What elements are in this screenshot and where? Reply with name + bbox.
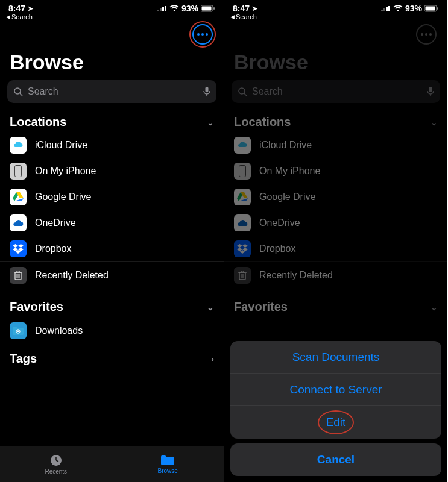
svg-rect-31 (386, 7, 388, 11)
svg-rect-5 (202, 7, 212, 11)
location-arrow-icon: ➤ (252, 5, 257, 13)
tab-recents[interactable]: Recents (0, 446, 112, 482)
svg-rect-1 (160, 8, 162, 11)
location-arrow-icon: ➤ (28, 5, 33, 13)
svg-line-37 (244, 93, 247, 96)
iphone-icon (234, 163, 251, 180)
status-bar: 8:47 ➤ 93% (224, 0, 447, 13)
sheet-item-scan-documents[interactable]: Scan Documents (230, 341, 441, 374)
favorites-header[interactable]: Favorites ⌄ (0, 296, 224, 318)
battery-percent: 93% (181, 4, 198, 13)
tab-bar: Recents Browse (0, 446, 224, 482)
search-icon (13, 87, 23, 96)
search-input[interactable]: Search (7, 80, 216, 103)
trash-icon (10, 267, 27, 284)
svg-rect-38 (429, 87, 432, 92)
location-row-onedrive: OneDrive (224, 210, 447, 236)
chevron-down-icon: ⌄ (431, 117, 438, 127)
icloud-icon (234, 137, 251, 154)
phone-left: 8:47 ➤ 93% ◀ Search (0, 0, 224, 482)
location-row-on-my-iphone[interactable]: On My iPhone (0, 158, 224, 184)
folder-icon (160, 454, 175, 466)
svg-rect-2 (162, 7, 164, 11)
back-caret-icon: ◀ (230, 14, 235, 20)
svg-point-36 (239, 88, 245, 94)
more-button[interactable] (416, 24, 437, 45)
svg-marker-15 (18, 244, 24, 248)
onedrive-icon (234, 214, 251, 231)
svg-rect-29 (381, 10, 383, 11)
microphone-icon (427, 86, 434, 97)
action-sheet: Scan Documents Connect to Server Edit Ca… (230, 341, 441, 476)
svg-rect-21 (17, 271, 19, 272)
microphone-icon[interactable] (203, 86, 210, 97)
svg-marker-44 (242, 244, 248, 248)
location-row-dropbox: Dropbox (224, 236, 447, 262)
back-to-search[interactable]: ◀ Search (0, 13, 224, 23)
tags-header[interactable]: Tags › (0, 343, 224, 374)
trash-icon (234, 267, 251, 284)
status-time: 8:47 (233, 4, 250, 13)
chevron-down-icon: ⌄ (431, 302, 438, 312)
sheet-item-edit[interactable]: Edit (230, 406, 441, 439)
svg-rect-0 (157, 10, 159, 11)
favorites-header: Favorites ⌄ (224, 296, 447, 318)
wifi-icon (393, 5, 403, 12)
tab-browse[interactable]: Browse (112, 446, 224, 482)
back-caret-icon: ◀ (6, 14, 10, 20)
icloud-icon (10, 137, 27, 154)
svg-rect-9 (206, 87, 209, 92)
svg-rect-34 (426, 7, 435, 11)
iphone-icon (10, 163, 27, 180)
cellular-icon (157, 5, 167, 11)
location-row-google-drive[interactable]: Google Drive (0, 184, 224, 210)
location-row-on-my-iphone: On My iPhone (224, 158, 447, 184)
phone-right: 8:47 ➤ 93% ◀ Search Browse Sea (224, 0, 447, 482)
chevron-right-icon: › (211, 354, 214, 364)
svg-point-7 (14, 88, 21, 94)
status-time: 8:47 (8, 4, 25, 13)
favorite-row-downloads[interactable]: Downloads (0, 318, 224, 343)
battery-icon (201, 5, 215, 12)
cellular-icon (381, 5, 391, 11)
svg-rect-35 (437, 7, 438, 10)
chevron-down-icon: ⌄ (207, 302, 214, 312)
search-placeholder: Search (28, 86, 58, 97)
dropbox-icon (10, 240, 27, 257)
chevron-down-icon: ⌄ (207, 117, 214, 127)
locations-header: Locations ⌄ (224, 111, 447, 133)
page-title: Browse (0, 47, 224, 80)
google-drive-icon (10, 189, 27, 205)
downloads-folder-icon (10, 322, 27, 339)
more-button[interactable] (192, 24, 213, 45)
location-row-recently-deleted[interactable]: Recently Deleted (0, 262, 224, 288)
svg-rect-30 (383, 8, 385, 11)
status-bar: 8:47 ➤ 93% (0, 0, 224, 13)
page-title: Browse (224, 47, 447, 80)
location-row-onedrive[interactable]: OneDrive (0, 210, 224, 236)
location-row-google-drive: Google Drive (224, 184, 447, 210)
sheet-cancel-button[interactable]: Cancel (230, 443, 441, 476)
battery-icon (424, 5, 439, 12)
wifi-icon (169, 5, 179, 12)
clock-icon (49, 454, 63, 467)
favorites-list: Downloads (0, 318, 224, 343)
svg-marker-43 (237, 244, 242, 248)
search-placeholder: Search (252, 86, 283, 97)
search-icon (238, 87, 247, 96)
svg-rect-3 (165, 6, 166, 11)
locations-list: iCloud Drive On My iPhone Google Drive O… (0, 133, 224, 288)
svg-rect-32 (388, 6, 390, 11)
back-to-search[interactable]: ◀ Search (224, 13, 447, 23)
action-sheet-group: Scan Documents Connect to Server Edit (230, 341, 441, 439)
locations-list: iCloud Drive On My iPhone Google Drive O… (224, 133, 447, 288)
dropbox-icon (234, 240, 251, 257)
location-row-dropbox[interactable]: Dropbox (0, 236, 224, 262)
location-row-icloud[interactable]: iCloud Drive (0, 133, 224, 158)
svg-line-8 (20, 93, 22, 96)
locations-header[interactable]: Locations ⌄ (0, 111, 224, 133)
search-input: Search (232, 80, 440, 103)
svg-rect-50 (241, 271, 244, 272)
sheet-item-connect-to-server[interactable]: Connect to Server (230, 374, 441, 406)
location-row-recently-deleted: Recently Deleted (224, 262, 447, 288)
